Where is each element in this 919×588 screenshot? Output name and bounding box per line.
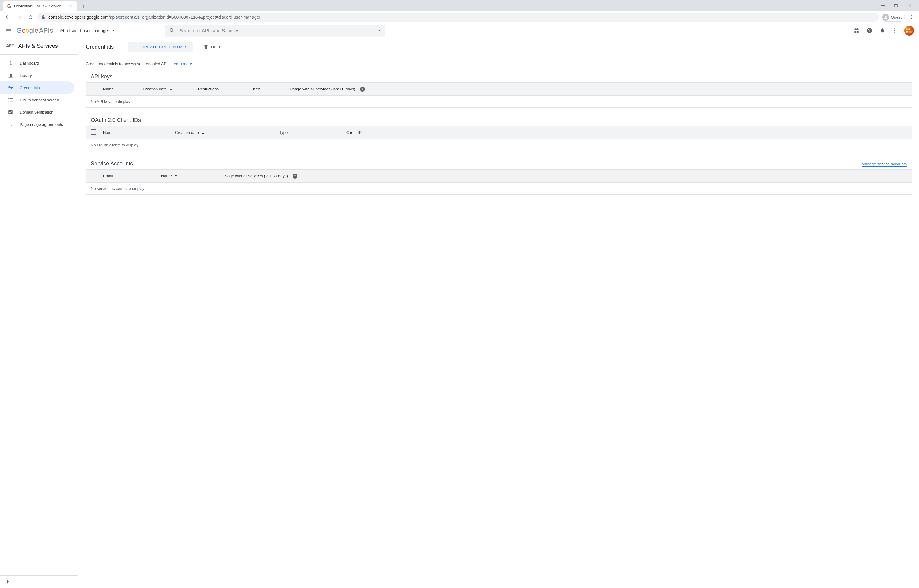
window-controls <box>880 2 919 8</box>
collapse-sidebar-button[interactable] <box>5 578 12 586</box>
sidebar-item-oauth-consent[interactable]: OAuth consent screen <box>0 94 74 106</box>
col-restrictions[interactable]: Restrictions <box>198 87 253 91</box>
guest-label: Guest <box>891 15 901 19</box>
sidebar-title: APIs & Services <box>18 43 58 49</box>
google-favicon-icon <box>7 4 11 8</box>
arrow-up-icon <box>174 174 179 179</box>
manage-service-accounts-link[interactable]: Manage service accounts <box>862 162 907 166</box>
sidebar-item-page-usage[interactable]: Page usage agreements <box>0 118 74 131</box>
more-icon[interactable] <box>892 28 898 33</box>
forward-button[interactable] <box>14 12 24 22</box>
sidebar-item-domain-verification[interactable]: Domain verification <box>0 106 74 118</box>
svg-point-4 <box>911 17 912 18</box>
col-creation-date[interactable]: Creation date <box>175 130 279 135</box>
col-creation-date[interactable]: Creation date <box>143 87 198 92</box>
empty-state: No OAuth clients to display <box>86 139 912 151</box>
minimize-icon[interactable] <box>880 2 886 8</box>
sidebar-item-label: Credentials <box>19 86 40 90</box>
select-all-checkbox[interactable] <box>90 86 96 91</box>
col-type[interactable]: Type <box>279 130 346 135</box>
project-name: discord-user-manager <box>67 28 109 33</box>
create-credentials-button[interactable]: CREATE CREDENTIALS <box>128 42 193 52</box>
verified-icon <box>7 109 13 115</box>
col-name[interactable]: Name <box>103 130 175 135</box>
browser-tab-strip: Credentials – APIs & Services – d <box>0 0 919 11</box>
search-box[interactable] <box>165 24 385 37</box>
svg-rect-2 <box>895 5 897 7</box>
help-icon[interactable]: ? <box>360 87 365 92</box>
profile-chip[interactable]: Guest <box>881 13 905 22</box>
table-header: Name Creation date Type Client ID <box>86 126 912 139</box>
sidebar: API APIs & Services Dashboard Library Cr… <box>0 38 78 588</box>
api-logo-icon: API <box>6 44 14 49</box>
section-api-keys: API keys Name Creation date Restrictions… <box>86 73 912 108</box>
svg-point-3 <box>911 15 912 16</box>
menu-icon[interactable] <box>5 27 12 34</box>
col-usage[interactable]: Usage with all services (last 30 days) ? <box>222 174 907 179</box>
sidebar-item-label: Dashboard <box>19 61 39 66</box>
person-icon <box>882 14 889 21</box>
browser-toolbar: console.developers.google.com/apis/crede… <box>0 11 919 23</box>
maximize-icon[interactable] <box>893 2 900 8</box>
learn-more-link[interactable]: Learn more <box>171 61 192 66</box>
project-icon <box>60 28 65 33</box>
reload-button[interactable] <box>26 12 36 22</box>
search-input[interactable] <box>179 28 373 33</box>
chevron-down-icon <box>111 29 115 32</box>
app-header: GoogleAPIs discord-user-manager 3DGEP <box>0 23 919 38</box>
section-service-accounts: Service Accounts Manage service accounts… <box>86 160 912 195</box>
col-usage[interactable]: Usage with all services (last 30 days) ? <box>290 87 907 92</box>
help-icon[interactable]: ? <box>292 174 297 179</box>
page-title: Credentials <box>86 44 114 50</box>
empty-state: No service accounts to display <box>86 183 912 195</box>
back-button[interactable] <box>2 12 12 22</box>
col-key[interactable]: Key <box>253 87 290 91</box>
browser-tab[interactable]: Credentials – APIs & Services – d <box>3 1 77 11</box>
section-title: OAuth 2.0 Client IDs <box>90 117 141 123</box>
svg-point-9 <box>10 63 11 64</box>
svg-point-8 <box>895 32 895 32</box>
bell-icon[interactable] <box>879 27 885 34</box>
table-header: Email Name Usage with all services (last… <box>86 170 912 183</box>
browser-menu-button[interactable] <box>907 12 917 22</box>
table-header: Name Creation date Restrictions Key Usag… <box>86 82 912 95</box>
plus-icon <box>133 44 139 50</box>
tab-title: Credentials – APIs & Services – d <box>14 4 66 8</box>
arrow-down-icon <box>201 130 205 135</box>
select-all-checkbox[interactable] <box>90 129 96 135</box>
new-tab-button[interactable] <box>79 2 87 10</box>
window-close-icon[interactable] <box>907 2 913 8</box>
google-apis-logo[interactable]: GoogleAPIs <box>16 27 53 35</box>
intro-text: Create credentials to access your enable… <box>86 61 912 66</box>
sidebar-item-dashboard[interactable]: Dashboard <box>0 57 74 69</box>
col-name[interactable]: Name <box>103 87 143 91</box>
svg-point-5 <box>911 18 912 19</box>
gift-icon[interactable] <box>853 27 859 34</box>
col-name[interactable]: Name <box>161 174 222 179</box>
chevron-down-icon[interactable] <box>377 29 381 32</box>
sidebar-item-library[interactable]: Library <box>0 69 74 81</box>
agreement-icon <box>7 121 13 128</box>
close-icon[interactable] <box>68 4 73 8</box>
empty-state: No API keys to display <box>86 95 912 108</box>
section-oauth: OAuth 2.0 Client IDs Name Creation date … <box>86 117 912 151</box>
sidebar-item-label: OAuth consent screen <box>19 98 59 102</box>
sidebar-item-label: Library <box>19 73 32 78</box>
sidebar-item-label: Page usage agreements <box>19 122 63 127</box>
trash-icon <box>203 44 208 50</box>
address-bar[interactable]: console.developers.google.com/apis/crede… <box>37 13 879 22</box>
key-icon <box>7 84 13 90</box>
lock-icon <box>41 15 45 19</box>
project-picker[interactable]: discord-user-manager <box>57 27 118 34</box>
sidebar-header: API APIs & Services <box>0 38 78 55</box>
col-client-id[interactable]: Client ID <box>346 130 907 135</box>
help-icon[interactable] <box>866 27 872 34</box>
col-email[interactable]: Email <box>103 174 161 178</box>
select-all-checkbox[interactable] <box>90 173 96 178</box>
library-icon <box>7 72 13 78</box>
section-title: Service Accounts <box>90 160 133 167</box>
sidebar-item-credentials[interactable]: Credentials <box>0 81 74 94</box>
avatar[interactable]: 3DGEP <box>904 26 914 36</box>
arrow-down-icon <box>168 87 173 92</box>
delete-button[interactable]: DELETE <box>198 42 232 52</box>
